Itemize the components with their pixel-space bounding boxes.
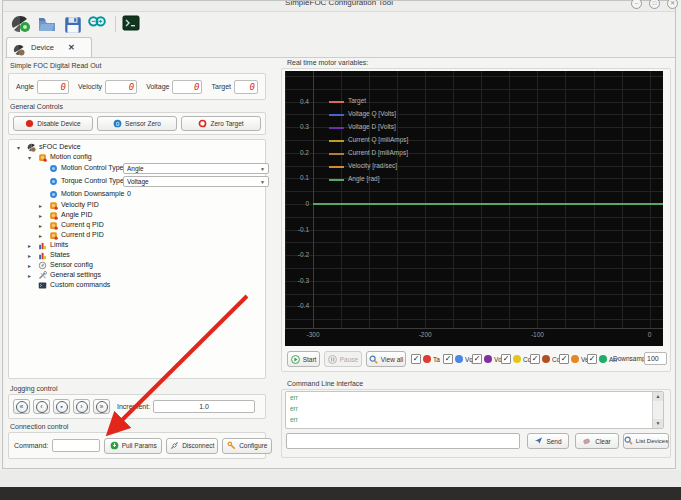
checkbox-icon[interactable]: ✓ [443, 354, 453, 364]
general-controls-box: Disable Device0Sensor ZeroZero Target [8, 112, 266, 135]
cli-input[interactable] [286, 433, 520, 449]
jog-fast-left-button[interactable]: « [13, 399, 30, 414]
scroll-up-icon[interactable]: ▲ [653, 392, 663, 401]
disable-device-button[interactable]: Disable Device [13, 116, 93, 131]
checkbox-icon[interactable]: ✓ [530, 354, 540, 364]
realtime-chart[interactable]: 0.40.30.20.10-0.1-0.2-0.3-0.4-300-200-10… [285, 71, 663, 346]
scroll-down-icon[interactable]: ▼ [653, 419, 663, 428]
tree-item-label: Motion Control Type [61, 164, 124, 171]
series-line-angle [313, 203, 663, 205]
tree-item-torque-control-type[interactable]: Torque Control TypeVoltage▼ [9, 177, 265, 187]
tree-combo-motion-control-type[interactable]: Angle▼ [123, 163, 269, 174]
tree-item-sfoc-device[interactable]: ▾sFOC Device [9, 143, 265, 153]
readout-field-label: Target [212, 83, 231, 90]
chevron-right-icon[interactable]: ▸ [39, 222, 42, 229]
tree-item-current-q-pid[interactable]: ▸Current q PID [9, 221, 265, 231]
series-toggle-cd[interactable]: ✓Cd [530, 351, 560, 367]
connection-section-title: Connection control [10, 423, 68, 430]
tab-close-icon[interactable]: ✕ [68, 43, 75, 52]
tree-item-angle-pid[interactable]: ▸Angle PID [9, 211, 265, 221]
disconnect-button[interactable]: Disconnect [166, 438, 218, 454]
view-all-button[interactable]: View all [366, 351, 406, 367]
cli-output-list[interactable]: errerrerr▲▼ [285, 391, 664, 429]
command-label: Command: [14, 442, 48, 449]
increment-input[interactable] [153, 400, 255, 413]
series-toggle-cq[interactable]: ✓Cq [501, 351, 531, 367]
pull-params-button[interactable]: Pull Params [104, 438, 162, 454]
jog-left-button[interactable]: ‹ [33, 399, 50, 414]
chevron-right-icon[interactable]: ▸ [28, 252, 31, 259]
chevron-right-icon[interactable]: ▸ [39, 212, 42, 219]
open-file-button[interactable] [37, 15, 57, 33]
y-tick-label: 0 [287, 200, 309, 207]
red-dot-icon [25, 119, 34, 128]
checkbox-icon[interactable]: ✓ [472, 354, 482, 364]
y-tick-label: -0.2 [287, 251, 309, 258]
chevron-down-icon[interactable]: ▾ [17, 144, 20, 151]
legend-entry: Current Q [miliAmps] [329, 137, 489, 147]
checkbox-icon[interactable]: ✓ [559, 354, 569, 364]
tree-item-limits[interactable]: ▸Limits [9, 241, 265, 251]
checkbox-icon[interactable]: ✓ [411, 354, 421, 364]
tree-item-motion-control-type[interactable]: Motion Control TypeAngle▼ [9, 164, 265, 174]
tree-item-label: General settings [50, 271, 101, 278]
save-button[interactable] [63, 15, 83, 33]
chevron-right-icon[interactable]: ▸ [28, 272, 31, 279]
arduino-button[interactable] [87, 15, 107, 33]
jog-right-button[interactable]: › [73, 399, 90, 414]
series-toggle-vd[interactable]: ✓Vd [472, 351, 502, 367]
start-button[interactable]: Start [287, 351, 320, 367]
gridline-h [285, 89, 663, 90]
magnifier-icon [369, 355, 378, 364]
zero-target-button[interactable]: Zero Target [181, 116, 261, 131]
sensor-zero-button[interactable]: 0Sensor Zero [97, 116, 177, 131]
readout-field-value[interactable]: 0 [172, 80, 202, 94]
readout-field: Angle0 [16, 80, 69, 94]
tree-item-motion-config[interactable]: ▾Motion config [9, 153, 265, 163]
toolbar-separator [115, 16, 116, 32]
chevron-down-icon[interactable]: ▾ [28, 154, 31, 161]
jog-fast-right-button[interactable]: » [93, 399, 110, 414]
series-toggle-ta[interactable]: ✓Ta [411, 351, 440, 367]
tree-item-states[interactable]: ▸States [9, 251, 265, 261]
tab-device[interactable]: Device ✕ [6, 37, 92, 57]
command-input[interactable] [52, 439, 100, 452]
configure-button[interactable]: Configure [222, 438, 272, 454]
checkbox-icon[interactable]: ✓ [587, 354, 597, 364]
tree-item-velocity-pid[interactable]: ▸Velocity PID [9, 201, 265, 211]
readout-field-value[interactable]: 0 [37, 80, 69, 94]
tree-item-current-d-pid[interactable]: ▸Current d PID [9, 231, 265, 241]
close-button[interactable]: ✕ [667, 0, 678, 9]
chevron-right-icon[interactable]: ▸ [28, 242, 31, 249]
tree-item-general-settings[interactable]: ▸General settings [9, 271, 265, 281]
terminal-button[interactable] [122, 15, 140, 31]
tree-combo-torque-control-type[interactable]: Voltage▼ [123, 176, 269, 187]
series-toggle-ve[interactable]: ✓Ve [559, 351, 589, 367]
downsample-input[interactable] [644, 352, 667, 365]
gridline-h [285, 217, 663, 218]
list-devices-button[interactable]: List Devices [623, 433, 669, 449]
tree-item-label: Sensor config [50, 261, 93, 268]
tree-item-custom-commands[interactable]: Custom commands [9, 281, 265, 291]
gear-icon [49, 231, 58, 240]
readout-field-value[interactable]: 0 [105, 80, 137, 94]
cli-scrollbar[interactable]: ▲▼ [652, 392, 663, 428]
chevron-right-icon[interactable]: ▸ [39, 202, 42, 209]
series-toggle-vq[interactable]: ✓Vq [443, 351, 473, 367]
bottom-bar [0, 487, 681, 500]
checkbox-icon[interactable]: ✓ [501, 354, 511, 364]
motor-icon [27, 143, 36, 152]
tree-item-sensor-config[interactable]: ▸Sensor config [9, 261, 265, 271]
jogging-section-title: Jogging control [10, 385, 57, 392]
legend-entry: Current D [miliAmps] [329, 150, 489, 160]
chevron-right-icon[interactable]: ▸ [28, 262, 31, 269]
tools-icon [38, 271, 47, 280]
clear-button[interactable]: Clear [575, 433, 619, 449]
tree-item-motion-downsample[interactable]: Motion Downsample0 [9, 190, 265, 200]
readout-field-value[interactable]: 0 [234, 80, 258, 94]
send-button[interactable]: Send [527, 433, 569, 449]
gauge-icon [38, 261, 47, 270]
device-connect-button[interactable] [11, 15, 31, 33]
chevron-right-icon[interactable]: ▸ [39, 232, 42, 239]
jog-stop-button[interactable]: ▪ [53, 399, 70, 414]
